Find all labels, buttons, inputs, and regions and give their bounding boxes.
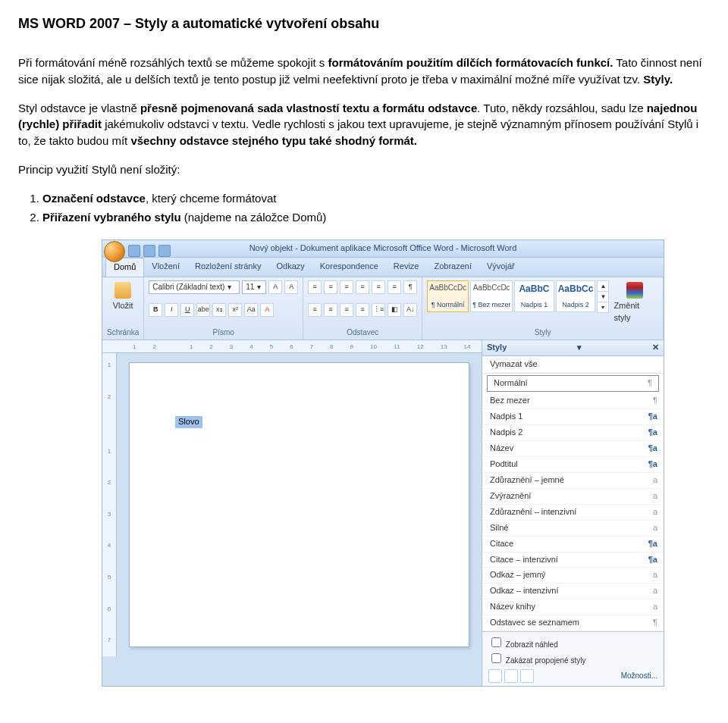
options-link[interactable]: Možnosti... <box>621 671 657 682</box>
tab-view[interactable]: Zobrazení <box>426 258 479 277</box>
shading-button[interactable]: ◧ <box>388 303 401 317</box>
bold-button[interactable]: B <box>149 303 162 317</box>
show-preview-checkbox[interactable]: Zobrazit náhled <box>488 635 657 651</box>
ribbon-tabs: Domů Vložení Rozložení stránky Odkazy Ko… <box>102 258 664 277</box>
change-styles-button[interactable]: Změnit styly <box>610 280 658 326</box>
justify-button[interactable]: ≡ <box>356 303 369 317</box>
qat-save-icon[interactable] <box>128 245 140 257</box>
clear-all-button[interactable]: Vymazat vše <box>482 356 664 374</box>
styles-pane-footer: Zobrazit náhled Zakázat propojené styly … <box>482 631 664 686</box>
style-tile-normal[interactable]: AaBbCcDc ¶ Normální <box>427 280 469 312</box>
align-left-button[interactable]: ≡ <box>308 303 322 317</box>
selected-text[interactable]: Slovo <box>175 416 202 428</box>
qat-undo-icon[interactable] <box>143 245 155 257</box>
style-tile-heading2[interactable]: AaBbCc Nadpis 2 <box>556 280 596 312</box>
subscript-button[interactable]: x₂ <box>212 303 226 317</box>
grow-font-button[interactable]: A <box>268 280 282 294</box>
style-inspector-icon[interactable] <box>504 669 518 683</box>
style-row[interactable]: Bez mezer¶ <box>482 393 664 409</box>
styles-pane-header: Styly ▾ ✕ <box>482 340 664 356</box>
align-right-button[interactable]: ≡ <box>340 303 353 317</box>
change-styles-label: Změnit styly <box>613 300 655 324</box>
line-spacing-button[interactable]: ⋮≡ <box>372 303 385 317</box>
paragraph-3: Princip využití Stylů není složitý: <box>18 161 710 178</box>
text-bold: formátováním použitím dílčích formátovac… <box>328 56 613 69</box>
style-row[interactable]: Nadpis 2¶a <box>482 425 664 441</box>
style-row[interactable]: Silnéa <box>482 521 664 537</box>
style-row[interactable]: Podtitul¶a <box>482 457 664 473</box>
style-label: ¶ Normální <box>429 300 466 310</box>
disable-linked-checkbox[interactable]: Zakázat propojené styly <box>488 651 657 667</box>
style-row[interactable]: Zdůraznění – intenzivnía <box>482 505 664 521</box>
style-mark-icon: a <box>653 569 657 581</box>
group-styles: AaBbCcDc ¶ Normální AaBbCcDc ¶ Bez mezer… <box>422 277 664 340</box>
italic-button[interactable]: I <box>165 303 178 317</box>
style-row[interactable]: Citace – intenzivní¶a <box>482 552 664 568</box>
qat-redo-icon[interactable] <box>158 245 171 257</box>
gallery-up-button[interactable]: ▲ <box>598 281 608 292</box>
style-name: Silné <box>490 522 508 534</box>
style-tile-nospacing[interactable]: AaBbCcDc ¶ Bez mezer <box>470 280 513 312</box>
underline-button[interactable]: U <box>180 303 194 317</box>
chevron-down-icon[interactable]: ▾ <box>577 342 582 354</box>
style-name: Odkaz – jemný <box>490 569 545 581</box>
new-style-icon[interactable] <box>488 669 502 683</box>
style-mark-icon: ¶a <box>648 427 657 439</box>
style-tile-heading1[interactable]: AaBbC Nadpis 1 <box>514 280 554 312</box>
decrease-indent-button[interactable]: ≡ <box>356 280 369 294</box>
paste-button[interactable]: Vložit <box>107 280 139 314</box>
style-row[interactable]: Zdůraznění – jemnéa <box>482 473 664 489</box>
style-row[interactable]: Odstavec se seznamem¶ <box>482 615 664 631</box>
group-font: Calibri (Základní text)▾ 11▾ A A B I U a… <box>144 277 303 340</box>
group-label: Styly <box>427 327 658 339</box>
close-icon[interactable]: ✕ <box>652 342 659 354</box>
shrink-font-button[interactable]: A <box>284 280 298 294</box>
office-button[interactable] <box>104 241 125 262</box>
style-row[interactable]: Odkaz – intenzivnía <box>482 584 664 599</box>
tab-insert[interactable]: Vložení <box>144 258 187 277</box>
style-preview: AaBbCc <box>558 283 594 296</box>
chevron-down-icon: ▾ <box>257 282 261 293</box>
style-row[interactable]: Nadpis 1¶a <box>482 409 664 425</box>
document-page[interactable]: Slovo <box>129 362 469 647</box>
vertical-ruler[interactable]: 12123456789 <box>102 353 117 656</box>
styles-pane-title: Styly <box>487 342 507 354</box>
text-bold: Styly. <box>643 73 673 86</box>
multilevel-button[interactable]: ≡ <box>340 280 353 294</box>
style-row[interactable]: Odkaz – jemnýa <box>482 568 664 584</box>
borders-button[interactable]: A↓ <box>403 303 417 317</box>
manage-styles-icon[interactable] <box>520 669 534 683</box>
font-color-button[interactable]: A <box>260 303 274 317</box>
show-marks-button[interactable]: ¶ <box>403 280 417 294</box>
style-row[interactable]: Zvýrazněnía <box>482 489 664 505</box>
style-preview: AaBbCcDc <box>472 283 510 294</box>
bullets-button[interactable]: ≡ <box>308 280 322 294</box>
ribbon: Vložit Schránka Calibri (Základní text)▾… <box>102 277 664 340</box>
gallery-down-button[interactable]: ▼ <box>598 292 608 302</box>
numbering-button[interactable]: ≡ <box>324 280 337 294</box>
tab-developer[interactable]: Vývojář <box>479 258 522 277</box>
tab-mailings[interactable]: Korespondence <box>312 258 386 277</box>
superscript-button[interactable]: x² <box>228 303 242 317</box>
increase-indent-button[interactable]: ≡ <box>372 280 385 294</box>
style-name: Nadpis 1 <box>490 411 522 423</box>
gallery-more-button[interactable]: ▾ <box>598 302 608 312</box>
style-row[interactable]: Normální¶ <box>487 375 659 392</box>
list-item: Přiřazení vybraného stylu (najdeme na zá… <box>42 209 710 226</box>
tab-references[interactable]: Odkazy <box>268 258 312 277</box>
sort-button[interactable]: ≡ <box>388 280 401 294</box>
horizontal-ruler[interactable]: 1212345678910111213141516 <box>102 340 482 353</box>
font-name-combo[interactable]: Calibri (Základní text)▾ <box>149 280 240 295</box>
change-case-button[interactable]: Aa <box>244 303 258 317</box>
style-row[interactable]: Citace¶a <box>482 537 664 552</box>
tab-page-layout[interactable]: Rozložení stránky <box>187 258 268 277</box>
style-label: Nadpis 2 <box>558 300 594 310</box>
style-row[interactable]: Název¶a <box>482 441 664 457</box>
tab-review[interactable]: Revize <box>386 258 427 277</box>
style-mark-icon: ¶a <box>648 411 657 423</box>
style-row[interactable]: Název knihya <box>482 599 664 615</box>
font-size-combo[interactable]: 11▾ <box>242 280 266 295</box>
align-center-button[interactable]: ≡ <box>324 303 337 317</box>
list-item: Označení odstavce, který chceme formátov… <box>42 190 710 207</box>
strike-button[interactable]: abe <box>196 303 210 317</box>
